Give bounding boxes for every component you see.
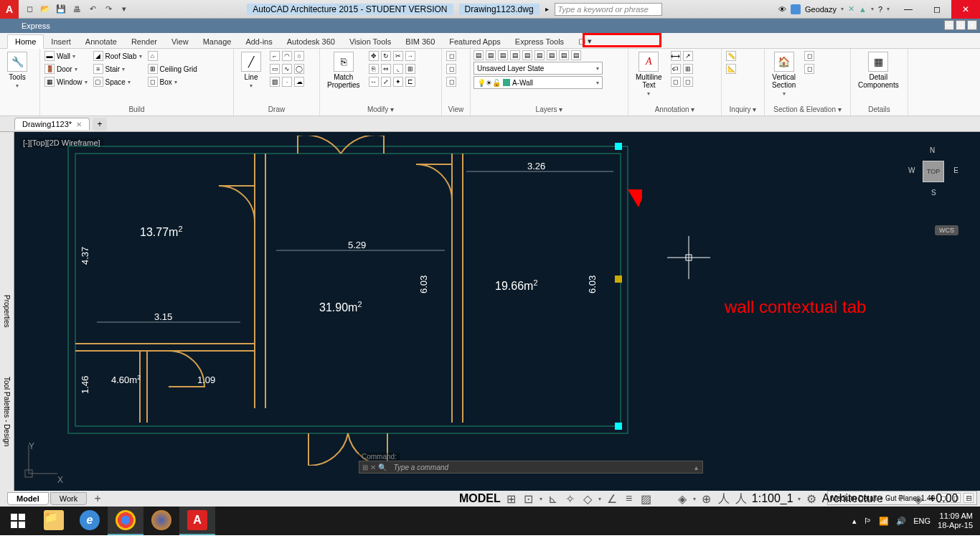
- app-menu-icon[interactable]: A: [0, 0, 19, 19]
- 3d-icon[interactable]: ◈: [676, 492, 689, 505]
- box-button[interactable]: ◻Box▾: [146, 76, 199, 88]
- exchange-icon[interactable]: ✕: [848, 4, 854, 14]
- anno-icon-2[interactable]: ◻: [683, 77, 693, 87]
- copy-icon[interactable]: ⎘: [369, 64, 379, 74]
- layer-icon-4[interactable]: ▤: [510, 50, 520, 60]
- tray-clock[interactable]: 11:09 AM 18-Apr-15: [938, 512, 973, 530]
- inquiry-icon-1[interactable]: 📏: [726, 51, 736, 61]
- anno-icon-1[interactable]: ◻: [671, 77, 681, 87]
- panel-modify-label[interactable]: Modify ▾: [323, 105, 438, 114]
- undo-icon[interactable]: ↶: [86, 3, 99, 16]
- offset-icon[interactable]: ⊏: [405, 77, 415, 87]
- inquiry-icon-2[interactable]: 📐: [726, 64, 736, 74]
- wcs-badge[interactable]: WCS: [935, 225, 958, 235]
- tab-view[interactable]: View: [164, 35, 196, 48]
- lweight-icon[interactable]: ≡: [623, 492, 636, 505]
- file-tab[interactable]: Drawing1123*✕: [14, 118, 90, 130]
- match-props-button[interactable]: ⎘Match Properties: [323, 50, 364, 90]
- new-icon[interactable]: ◻: [23, 3, 36, 16]
- help-icon[interactable]: ?: [878, 5, 882, 14]
- express-menu[interactable]: Express — ◻ ✕: [0, 19, 980, 33]
- scale-icon[interactable]: ⤢: [381, 77, 391, 87]
- username[interactable]: Geodazy: [805, 5, 837, 14]
- qat-more-icon[interactable]: ▾: [118, 3, 131, 16]
- model-button[interactable]: MODEL: [459, 492, 501, 505]
- space-button[interactable]: ▢Space▾: [92, 76, 143, 88]
- layer-icon-3[interactable]: ▤: [498, 50, 508, 60]
- stair-button[interactable]: ≡Stair▾: [92, 63, 143, 75]
- array-icon[interactable]: ⊞: [405, 64, 415, 74]
- layer-state-combo[interactable]: Unsaved Layer State▾: [473, 62, 603, 75]
- wall-grip[interactable]: [615, 423, 622, 430]
- mirror-icon[interactable]: ⇔: [381, 64, 391, 74]
- elev-icon[interactable]: ◈: [912, 492, 925, 505]
- mtext-button[interactable]: AMultiline Text▾: [631, 50, 666, 98]
- elev-plus-icon[interactable]: +: [895, 492, 908, 505]
- layer-icon-6[interactable]: ▤: [534, 50, 545, 60]
- tray-up-icon[interactable]: ▴: [852, 517, 857, 526]
- close-button[interactable]: ✕: [951, 0, 980, 19]
- work-tab[interactable]: Work: [50, 492, 87, 505]
- taskbar-autocad[interactable]: A: [179, 507, 215, 535]
- infocenter-icon[interactable]: 👁: [778, 5, 786, 14]
- circle-icon[interactable]: ○: [294, 51, 304, 61]
- new-tab-button[interactable]: +: [93, 118, 107, 131]
- tool-palette-tab[interactable]: Tool Palettes - Design: [0, 333, 14, 491]
- help-search-input[interactable]: Type a keyword or phrase: [555, 3, 662, 16]
- view-icon-1[interactable]: ◻: [446, 51, 456, 61]
- table-icon[interactable]: ⊞: [683, 64, 693, 74]
- layer-combo[interactable]: 💡☀🔓A-Wall▾: [473, 76, 603, 89]
- section-icon-2[interactable]: ◻: [804, 64, 814, 74]
- tab-bim360[interactable]: BIM 360: [398, 35, 442, 48]
- layer-icon-5[interactable]: ▤: [522, 50, 532, 60]
- spline-icon[interactable]: ∿: [282, 64, 292, 74]
- panel-section-label[interactable]: Section & Elevation ▾: [768, 105, 847, 114]
- layer-icon-8[interactable]: ▤: [559, 50, 569, 60]
- otrack-icon[interactable]: ∠: [606, 492, 618, 505]
- dim-icon[interactable]: ⟷: [671, 51, 681, 61]
- move-icon[interactable]: ✥: [369, 51, 379, 61]
- tray-flag-icon[interactable]: 🏳: [864, 517, 872, 525]
- sc-icon[interactable]: ⊕: [700, 492, 713, 505]
- wall-grip[interactable]: [615, 143, 622, 150]
- compass-s[interactable]: S: [931, 189, 936, 197]
- ellipse-icon[interactable]: ◯: [294, 64, 304, 74]
- redo-icon[interactable]: ↷: [102, 3, 115, 16]
- compass-e[interactable]: E: [953, 166, 958, 174]
- drawing-canvas[interactable]: [-][Top][2D Wireframe] N S E W TOP WCS: [14, 132, 980, 491]
- doc-close-icon[interactable]: ✕: [967, 20, 977, 30]
- save-icon[interactable]: 💾: [55, 3, 67, 16]
- arc-icon[interactable]: ◠: [282, 51, 292, 61]
- tag-icon[interactable]: 🏷: [671, 64, 681, 74]
- polar-icon[interactable]: ✧: [564, 492, 577, 505]
- taskbar-ie[interactable]: e: [72, 507, 108, 535]
- line-button[interactable]: ╱Line▾: [237, 50, 265, 90]
- stretch-icon[interactable]: ↔: [369, 77, 379, 87]
- command-line[interactable]: ⊞ ✕ 🔍 Type a command ▴: [359, 461, 703, 474]
- view-icon-2[interactable]: ◻: [446, 64, 456, 74]
- layer-icon-7[interactable]: ▤: [547, 50, 557, 60]
- tab-addins[interactable]: Add-ins: [238, 35, 279, 48]
- annovis-icon[interactable]: 人: [735, 492, 748, 505]
- layer-icon-2[interactable]: ▤: [486, 50, 496, 60]
- rotate-icon[interactable]: ↻: [381, 51, 391, 61]
- revcloud-icon[interactable]: ☁: [294, 77, 304, 87]
- tab-insert[interactable]: Insert: [44, 35, 78, 48]
- hatch-icon[interactable]: ▨: [270, 77, 280, 87]
- gear-icon[interactable]: ⚙: [805, 492, 818, 505]
- close-tab-icon[interactable]: ✕: [76, 121, 82, 128]
- roof-icon[interactable]: ⌂: [146, 50, 199, 62]
- a360-icon[interactable]: ▲: [859, 5, 867, 14]
- minimize-button[interactable]: —: [894, 0, 923, 19]
- doc-minimize-icon[interactable]: —: [944, 20, 954, 30]
- workspace-combo[interactable]: Architecture: [822, 492, 883, 505]
- customize-icon[interactable]: ≡: [962, 492, 975, 505]
- tray-network-icon[interactable]: 📶: [879, 517, 889, 526]
- ceiling-button[interactable]: ⊞Ceiling Grid: [146, 63, 199, 75]
- panel-annotation-label[interactable]: Annotation ▾: [631, 105, 718, 114]
- tab-render[interactable]: Render: [124, 35, 164, 48]
- snap-icon[interactable]: ⊡: [522, 492, 535, 505]
- print-icon[interactable]: 🖶: [70, 3, 83, 16]
- taskbar-firefox[interactable]: [143, 507, 179, 535]
- taskbar-explorer[interactable]: 📁: [36, 507, 72, 535]
